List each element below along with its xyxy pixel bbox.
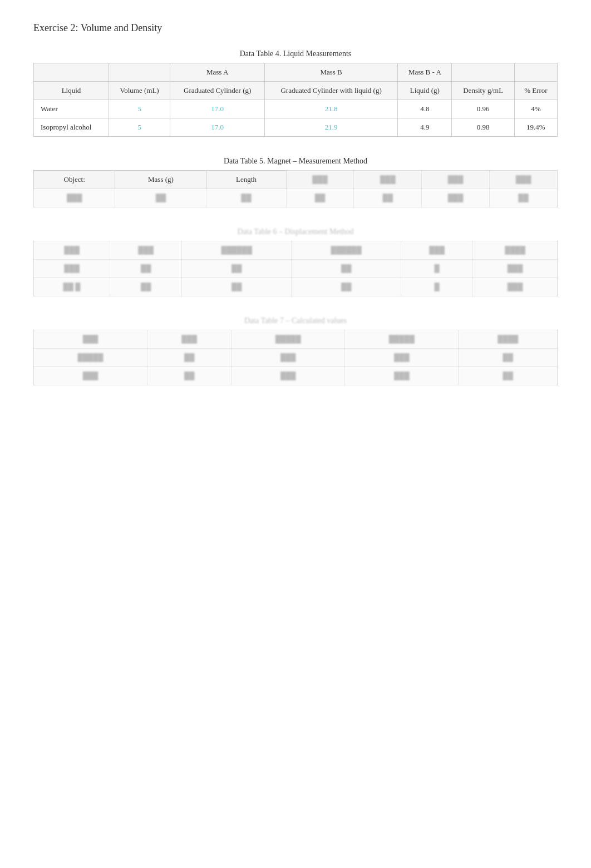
table4-h-liquid-g: Liquid (g) bbox=[398, 82, 452, 100]
t7-h4: █████ bbox=[345, 330, 459, 349]
t7-r2-c4: ███ bbox=[345, 367, 459, 385]
table4-h-error: % Error bbox=[514, 82, 557, 100]
table7-header-row: ███ ███ █████ █████ ████ bbox=[34, 330, 558, 349]
t6-r2-c1: ██ █ bbox=[34, 278, 110, 296]
table5-section: Data Table 5. Magnet – Measurement Metho… bbox=[33, 157, 558, 207]
table-row: Isopropyl alcohol 5 17.0 21.9 4.9 0.98 1… bbox=[34, 118, 558, 137]
table-row: ██ █ ██ ██ ██ █ ███ bbox=[34, 278, 558, 296]
table4-cg-massA: Mass A bbox=[170, 63, 265, 82]
liquid-isopropyl: Isopropyl alcohol bbox=[34, 118, 109, 137]
table5-h-mass: Mass (g) bbox=[115, 171, 206, 189]
t6-h5: ███ bbox=[401, 241, 473, 260]
table4-h-gradcylwliq: Graduated Cylinder with liquid (g) bbox=[264, 82, 397, 100]
liquid-water: Water bbox=[34, 100, 109, 118]
table7-section: Data Table 7 – Calculated values ███ ███… bbox=[33, 316, 558, 385]
table4-cg-empty1 bbox=[34, 63, 109, 82]
table7-title: Data Table 7 – Calculated values bbox=[33, 316, 558, 325]
t5-r1-c7: ██ bbox=[490, 189, 558, 207]
table4: Mass A Mass B Mass B - A Liquid Volume (… bbox=[33, 63, 558, 137]
t6-r2-c6: ███ bbox=[473, 278, 558, 296]
table5-h-b7: ███ bbox=[490, 171, 558, 189]
t7-r1-c3: ███ bbox=[232, 349, 345, 367]
t7-r1-c1: █████ bbox=[34, 349, 147, 367]
t7-r2-c1: ███ bbox=[34, 367, 147, 385]
t6-r1-c1: ███ bbox=[34, 260, 110, 278]
table5-h-b5: ███ bbox=[354, 171, 422, 189]
table-row: ███ ██ ███ ███ ██ bbox=[34, 367, 558, 385]
table4-h-liquid: Liquid bbox=[34, 82, 109, 100]
page-title: Exercise 2: Volume and Density bbox=[33, 22, 558, 34]
t6-h6: ████ bbox=[473, 241, 558, 260]
isopropyl-liquid-g: 4.9 bbox=[398, 118, 452, 137]
water-liquid-g: 4.8 bbox=[398, 100, 452, 118]
t5-r1-c2: ██ bbox=[115, 189, 206, 207]
table6-section: Data Table 6 – Displacement Method ███ █… bbox=[33, 227, 558, 296]
table4-cg-empty3 bbox=[452, 63, 514, 82]
t7-r2-c3: ███ bbox=[232, 367, 345, 385]
table5-header-row: Object: Mass (g) Length ███ ███ ███ ███ bbox=[34, 171, 558, 189]
table4-h-volume: Volume (mL) bbox=[109, 82, 170, 100]
table4-h-gradcyl: Graduated Cylinder (g) bbox=[170, 82, 265, 100]
t7-r2-c2: ██ bbox=[147, 367, 232, 385]
t6-r1-c4: ██ bbox=[292, 260, 401, 278]
t5-r1-c1: ███ bbox=[34, 189, 115, 207]
table4-header-row: Liquid Volume (mL) Graduated Cylinder (g… bbox=[34, 82, 558, 100]
water-volume: 5 bbox=[109, 100, 170, 118]
water-density: 0.96 bbox=[452, 100, 514, 118]
table4-cg-empty2 bbox=[109, 63, 170, 82]
isopropyl-error: 19.4% bbox=[514, 118, 557, 137]
table4-cg-massBminusA: Mass B - A bbox=[398, 63, 452, 82]
table4-colgroup-row: Mass A Mass B Mass B - A bbox=[34, 63, 558, 82]
table4-section: Data Table 4. Liquid Measurements Mass A… bbox=[33, 49, 558, 137]
t7-h1: ███ bbox=[34, 330, 147, 349]
table5-title: Data Table 5. Magnet – Measurement Metho… bbox=[33, 157, 558, 166]
table5-h-object: Object: bbox=[34, 171, 115, 189]
water-massB: 21.8 bbox=[264, 100, 397, 118]
t6-r2-c5: █ bbox=[401, 278, 473, 296]
table5-h-length: Length bbox=[206, 171, 286, 189]
t6-r2-c3: ██ bbox=[182, 278, 292, 296]
t7-r1-c4: ███ bbox=[345, 349, 459, 367]
table5-h-b4: ███ bbox=[286, 171, 354, 189]
t6-r1-c3: ██ bbox=[182, 260, 292, 278]
isopropyl-volume: 5 bbox=[109, 118, 170, 137]
isopropyl-density: 0.98 bbox=[452, 118, 514, 137]
t6-h3: ██████ bbox=[182, 241, 292, 260]
table-row: ███ ██ ██ ██ ██ ███ ██ bbox=[34, 189, 558, 207]
table6-header-row: ███ ███ ██████ ██████ ███ ████ bbox=[34, 241, 558, 260]
table4-title: Data Table 4. Liquid Measurements bbox=[33, 49, 558, 58]
table7: ███ ███ █████ █████ ████ █████ ██ ███ ██… bbox=[33, 330, 558, 385]
table4-cg-massB: Mass B bbox=[264, 63, 397, 82]
t7-r1-c5: ██ bbox=[459, 349, 558, 367]
t6-r1-c5: █ bbox=[401, 260, 473, 278]
t5-r1-c4: ██ bbox=[286, 189, 354, 207]
t6-r1-c2: ██ bbox=[110, 260, 182, 278]
table4-cg-empty4 bbox=[514, 63, 557, 82]
table-row: █████ ██ ███ ███ ██ bbox=[34, 349, 558, 367]
water-error: 4% bbox=[514, 100, 557, 118]
t6-r2-c4: ██ bbox=[292, 278, 401, 296]
t7-h5: ████ bbox=[459, 330, 558, 349]
t7-h2: ███ bbox=[147, 330, 232, 349]
water-massA: 17.0 bbox=[170, 100, 265, 118]
table4-h-density: Density g/mL bbox=[452, 82, 514, 100]
t7-h3: █████ bbox=[232, 330, 345, 349]
t7-r1-c2: ██ bbox=[147, 349, 232, 367]
t6-r1-c6: ███ bbox=[473, 260, 558, 278]
t6-h2: ███ bbox=[110, 241, 182, 260]
t6-h4: ██████ bbox=[292, 241, 401, 260]
t7-r2-c5: ██ bbox=[459, 367, 558, 385]
isopropyl-massB: 21.9 bbox=[264, 118, 397, 137]
table-row: Water 5 17.0 21.8 4.8 0.96 4% bbox=[34, 100, 558, 118]
t6-r2-c2: ██ bbox=[110, 278, 182, 296]
table5: Object: Mass (g) Length ███ ███ ███ ███ … bbox=[33, 170, 558, 207]
t5-r1-c3: ██ bbox=[206, 189, 286, 207]
table6-title: Data Table 6 – Displacement Method bbox=[33, 227, 558, 236]
isopropyl-massA: 17.0 bbox=[170, 118, 265, 137]
table6: ███ ███ ██████ ██████ ███ ████ ███ ██ ██… bbox=[33, 241, 558, 296]
t5-r1-c6: ███ bbox=[422, 189, 490, 207]
table-row: ███ ██ ██ ██ █ ███ bbox=[34, 260, 558, 278]
t6-h1: ███ bbox=[34, 241, 110, 260]
table5-h-b6: ███ bbox=[422, 171, 490, 189]
t5-r1-c5: ██ bbox=[354, 189, 422, 207]
